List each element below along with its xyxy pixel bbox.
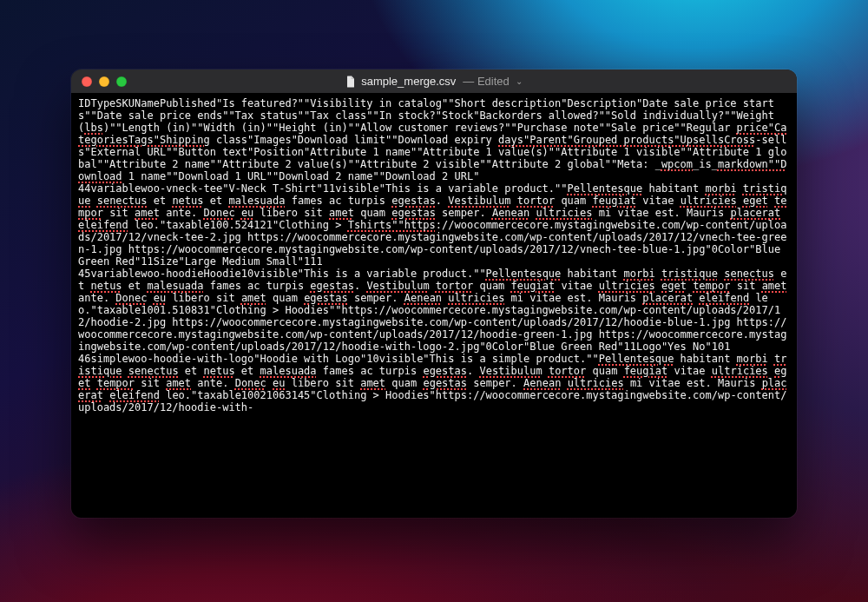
document-status: — Edited — [463, 75, 510, 88]
close-icon[interactable] — [82, 76, 92, 87]
document-icon — [345, 76, 356, 88]
editor-content[interactable]: IDTypeSKUNamePublished"Is featured?""Vis… — [71, 94, 797, 518]
title-group: sample_merge.csv — Edited ⌄ — [71, 75, 797, 88]
window-titlebar[interactable]: sample_merge.csv — Edited ⌄ — [71, 69, 797, 94]
document-filename: sample_merge.csv — [361, 75, 456, 88]
zoom-icon[interactable] — [116, 76, 127, 87]
chevron-down-icon[interactable]: ⌄ — [516, 76, 523, 86]
minimize-icon[interactable] — [99, 76, 109, 87]
text-editor-window: sample_merge.csv — Edited ⌄ IDTypeSKUNam… — [71, 69, 797, 518]
window-controls — [71, 76, 127, 87]
